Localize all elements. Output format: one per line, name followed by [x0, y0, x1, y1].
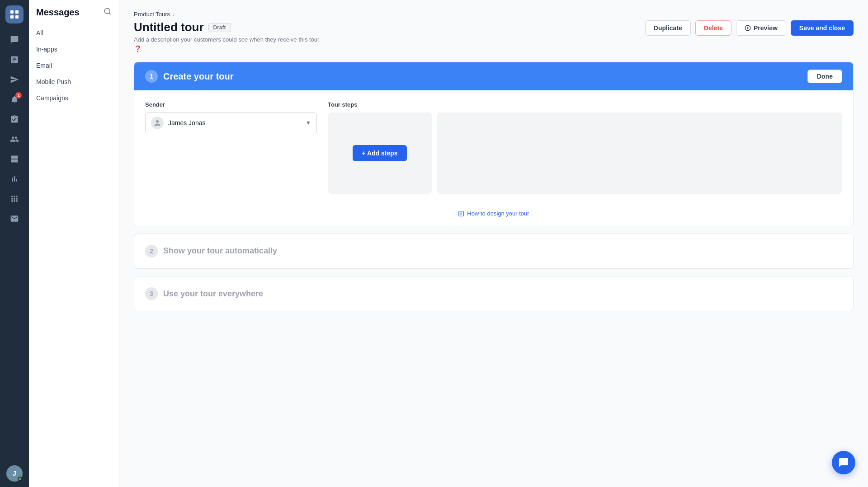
nav-item-campaigns[interactable]: Campaigns — [29, 90, 119, 106]
save-close-button[interactable]: Save and close — [791, 20, 854, 36]
step1-body: Sender James Jonas ▼ Tour steps + A — [134, 90, 853, 205]
sidebar-item-tasks[interactable] — [5, 110, 24, 128]
design-link[interactable]: How to design your tour — [458, 210, 529, 217]
step2-title: Show your tour automatically — [163, 246, 277, 256]
tour-steps-label: Tour steps — [328, 101, 842, 108]
breadcrumb-parent[interactable]: Product Tours — [134, 11, 170, 18]
step3-number: 3 — [145, 287, 158, 300]
dropdown-arrow-icon: ▼ — [306, 120, 311, 126]
step-empty-area — [437, 112, 842, 194]
nav-panel: Messages All In-apps Email Mobile Push C… — [29, 0, 119, 487]
page-title-area: Untitled tour Draft Add a description yo… — [134, 20, 321, 53]
sender-panel: Sender James Jonas ▼ — [145, 101, 317, 194]
svg-rect-0 — [10, 10, 14, 14]
sidebar-item-contacts[interactable] — [5, 130, 24, 148]
chat-bubble-button[interactable] — [832, 451, 855, 474]
inbox-badge: 1 — [15, 92, 22, 98]
step3-card: 3 Use your tour everywhere — [134, 276, 854, 311]
design-link-row: How to design your tour — [134, 205, 853, 226]
sidebar-item-inbox[interactable]: 1 — [5, 90, 24, 108]
step2-header[interactable]: 2 Show your tour automatically — [134, 234, 853, 268]
user-avatar[interactable]: J — [6, 465, 23, 482]
nav-item-inapps[interactable]: In-apps — [29, 41, 119, 57]
header-actions: Duplicate Delete Preview Save and close — [645, 20, 854, 36]
preview-label: Preview — [754, 24, 778, 32]
nav-item-mobile-push[interactable]: Mobile Push — [29, 74, 119, 90]
sidebar-item-reports[interactable] — [5, 51, 24, 69]
done-button[interactable]: Done — [807, 70, 842, 83]
status-badge: Draft — [208, 23, 231, 32]
page-header: Untitled tour Draft Add a description yo… — [134, 20, 854, 53]
tour-steps-panel: Tour steps + Add steps — [328, 101, 842, 194]
svg-line-5 — [109, 13, 110, 14]
preview-button[interactable]: Preview — [736, 20, 786, 36]
step3-title: Use your tour everywhere — [163, 289, 263, 299]
svg-rect-2 — [10, 15, 14, 19]
breadcrumb-separator: › — [173, 11, 175, 18]
sender-avatar-icon — [151, 117, 164, 129]
step1-title: Create your tour — [163, 71, 234, 82]
online-indicator — [18, 477, 22, 481]
search-icon[interactable] — [104, 7, 112, 18]
app-logo[interactable] — [5, 5, 24, 23]
add-steps-placeholder: + Add steps — [328, 112, 432, 194]
sender-dropdown[interactable]: James Jonas ▼ — [145, 112, 317, 133]
svg-rect-1 — [15, 10, 19, 14]
step1-number: 1 — [145, 70, 158, 83]
page-description: Add a description your customers could s… — [134, 36, 321, 43]
sender-name: James Jonas — [168, 119, 205, 126]
sidebar: 1 J — [0, 0, 29, 487]
step1-header: 1 Create your tour Done — [134, 62, 853, 90]
sidebar-item-apps[interactable] — [5, 190, 24, 208]
help-icon[interactable]: ❓ — [134, 45, 142, 52]
sidebar-item-notifications[interactable] — [5, 210, 24, 228]
sidebar-item-analytics[interactable] — [5, 170, 24, 188]
tour-steps-area: + Add steps — [328, 112, 842, 194]
step3-header[interactable]: 3 Use your tour everywhere — [134, 276, 853, 311]
design-link-text: How to design your tour — [467, 210, 529, 217]
step2-card: 2 Show your tour automatically — [134, 234, 854, 269]
duplicate-button[interactable]: Duplicate — [645, 20, 691, 36]
nav-item-all[interactable]: All — [29, 25, 119, 41]
step2-number: 2 — [145, 245, 158, 258]
svg-point-4 — [104, 8, 110, 14]
sidebar-item-data[interactable] — [5, 150, 24, 168]
sender-label: Sender — [145, 101, 317, 108]
sidebar-item-outbound[interactable] — [5, 70, 24, 89]
breadcrumb: Product Tours › — [134, 11, 854, 18]
sidebar-item-messages[interactable] — [5, 31, 24, 49]
page-title: Untitled tour — [134, 20, 204, 34]
step1-card: 1 Create your tour Done Sender James Jon… — [134, 62, 854, 226]
add-steps-button[interactable]: + Add steps — [353, 145, 406, 161]
main-content: Product Tours › Untitled tour Draft Add … — [119, 0, 868, 487]
delete-button[interactable]: Delete — [695, 20, 731, 36]
svg-marker-7 — [747, 27, 749, 29]
svg-rect-3 — [15, 15, 19, 19]
nav-item-email[interactable]: Email — [29, 57, 119, 74]
nav-title: Messages — [29, 7, 119, 25]
